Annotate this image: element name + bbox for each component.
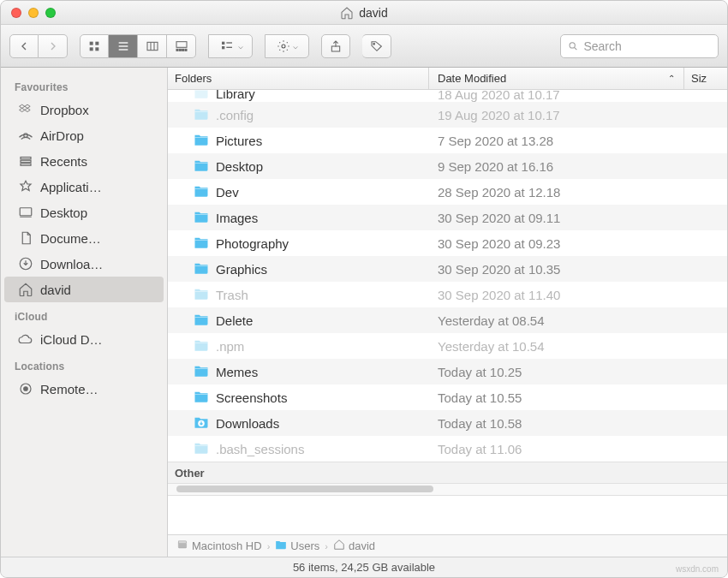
row-name-text: Images xyxy=(216,211,258,225)
row-date: Today at 10.58 xyxy=(429,416,727,431)
row-name-text: Library xyxy=(216,90,255,101)
row-name: Graphics xyxy=(168,261,429,277)
sidebar-item-recents[interactable]: Recents xyxy=(4,148,164,174)
search-field[interactable] xyxy=(560,34,719,58)
row-name: Screenshots xyxy=(168,390,429,406)
table-row[interactable]: Trash30 Sep 2020 at 11.40 xyxy=(168,282,727,307)
sidebar-item-desktop[interactable]: Desktop xyxy=(4,200,164,225)
sidebar-item-label: Docume… xyxy=(40,231,101,246)
row-name: .npm xyxy=(168,338,429,355)
dropbox-icon xyxy=(18,102,33,117)
table-row[interactable]: MemesToday at 10.25 xyxy=(168,359,727,384)
sidebar-item-home[interactable]: david xyxy=(4,277,164,302)
table-row[interactable]: ScreenshotsToday at 10.55 xyxy=(168,384,727,410)
tags-button[interactable] xyxy=(362,34,391,58)
back-button[interactable] xyxy=(9,34,39,58)
minimize-button[interactable] xyxy=(28,8,39,18)
sidebar[interactable]: FavouritesDropboxAirDropRecentsApplicati… xyxy=(1,68,168,557)
search-input[interactable] xyxy=(583,39,711,53)
svg-rect-13 xyxy=(182,49,183,51)
breadcrumb-folder[interactable]: Users xyxy=(275,539,319,553)
row-name: .bash_sessions xyxy=(168,441,429,457)
airdrop-icon xyxy=(18,128,33,143)
svg-rect-25 xyxy=(21,158,31,159)
action-button-group: ⌵ xyxy=(265,34,309,58)
zoom-button[interactable] xyxy=(45,8,56,18)
list-view-button[interactable] xyxy=(109,34,138,58)
folder-icon xyxy=(194,107,209,123)
table-row[interactable]: .config19 Aug 2020 at 10.17 xyxy=(168,102,727,128)
action-button[interactable]: ⌵ xyxy=(265,34,309,58)
scrollbar-thumb[interactable] xyxy=(176,486,433,492)
table-row[interactable]: DownloadsToday at 10.58 xyxy=(168,410,727,436)
sidebar-item-remote[interactable]: Remote… xyxy=(4,376,164,402)
row-date: 28 Sep 2020 at 12.18 xyxy=(429,185,727,200)
svg-rect-17 xyxy=(226,42,232,43)
path-bar: Macintosh HD›Users›david xyxy=(168,534,727,557)
column-header-size[interactable]: Siz xyxy=(684,68,727,89)
sidebar-item-applications[interactable]: Applicati… xyxy=(4,174,164,200)
svg-rect-18 xyxy=(226,46,232,47)
row-name: Pictures xyxy=(168,133,429,149)
svg-rect-34 xyxy=(195,111,208,112)
sidebar-heading: Locations xyxy=(1,352,167,376)
table-row[interactable]: .bash_sessionsToday at 11.06 xyxy=(168,436,727,462)
folder-icon xyxy=(275,539,287,553)
folder-icon xyxy=(194,158,209,175)
folder-icon xyxy=(194,184,209,200)
folder-icon xyxy=(194,210,209,226)
svg-rect-40 xyxy=(195,265,208,266)
icon-view-button[interactable] xyxy=(80,34,109,58)
folder-icon xyxy=(194,90,209,102)
table-row[interactable]: Pictures7 Sep 2020 at 13.28 xyxy=(168,128,727,153)
row-name: Memes xyxy=(168,364,429,380)
forward-button[interactable] xyxy=(39,34,68,58)
table-row[interactable]: Images30 Sep 2020 at 09.11 xyxy=(168,205,727,230)
table-row[interactable]: .npmYesterday at 10.54 xyxy=(168,333,727,359)
row-name-text: Delete xyxy=(216,313,253,328)
sidebar-item-airdrop[interactable]: AirDrop xyxy=(4,122,164,148)
row-name-text: Trash xyxy=(216,288,248,302)
breadcrumb-home[interactable]: david xyxy=(333,539,375,553)
window-title-text: david xyxy=(359,6,387,20)
row-name: Desktop xyxy=(168,158,429,175)
disk-icon xyxy=(176,539,188,553)
table-row[interactable]: Desktop9 Sep 2020 at 16.16 xyxy=(168,153,727,179)
svg-rect-42 xyxy=(195,317,208,318)
table-row[interactable]: Graphics30 Sep 2020 at 10.35 xyxy=(168,256,727,282)
sidebar-item-downloads[interactable]: Downloa… xyxy=(4,251,164,277)
table-row[interactable]: Library18 Aug 2020 at 10.17 xyxy=(168,90,727,102)
column-header-name[interactable]: Folders xyxy=(168,68,429,89)
svg-rect-44 xyxy=(195,368,208,369)
file-list[interactable]: Library18 Aug 2020 at 10.17.config19 Aug… xyxy=(168,90,727,534)
group-header-other[interactable]: Other xyxy=(168,462,727,484)
column-header-date[interactable]: Date Modified ⌃ xyxy=(429,68,684,89)
status-text: 56 items, 24,25 GB available xyxy=(293,561,435,574)
gallery-view-button[interactable] xyxy=(167,34,196,58)
breadcrumb-disk[interactable]: Macintosh HD xyxy=(176,539,262,553)
row-date: Yesterday at 08.54 xyxy=(429,313,727,328)
close-button[interactable] xyxy=(11,8,21,18)
row-date: 9 Sep 2020 at 16.16 xyxy=(429,159,727,174)
sidebar-item-dropbox[interactable]: Dropbox xyxy=(4,97,164,122)
horizontal-scrollbar[interactable] xyxy=(168,484,727,496)
table-row[interactable]: DeleteYesterday at 08.54 xyxy=(168,307,727,333)
svg-rect-33 xyxy=(195,90,208,91)
icloud-icon xyxy=(18,331,33,347)
row-name-text: Pictures xyxy=(216,134,262,148)
home-icon xyxy=(18,282,33,297)
folder-icon xyxy=(194,261,209,277)
table-row[interactable]: Dev28 Sep 2020 at 12.18 xyxy=(168,179,727,205)
row-date: 30 Sep 2020 at 11.40 xyxy=(429,288,727,302)
svg-rect-43 xyxy=(195,343,208,343)
share-button[interactable] xyxy=(321,34,350,58)
svg-rect-37 xyxy=(195,188,208,189)
table-row[interactable]: Photography30 Sep 2020 at 09.23 xyxy=(168,230,727,256)
traffic-lights xyxy=(1,8,56,18)
group-by-button[interactable]: ⌵ xyxy=(208,34,253,58)
column-view-button[interactable] xyxy=(138,34,167,58)
sidebar-heading: iCloud xyxy=(1,302,167,326)
sidebar-item-icloud[interactable]: iCloud D… xyxy=(4,326,164,352)
sidebar-item-documents[interactable]: Docume… xyxy=(4,225,164,251)
svg-rect-41 xyxy=(195,291,208,292)
